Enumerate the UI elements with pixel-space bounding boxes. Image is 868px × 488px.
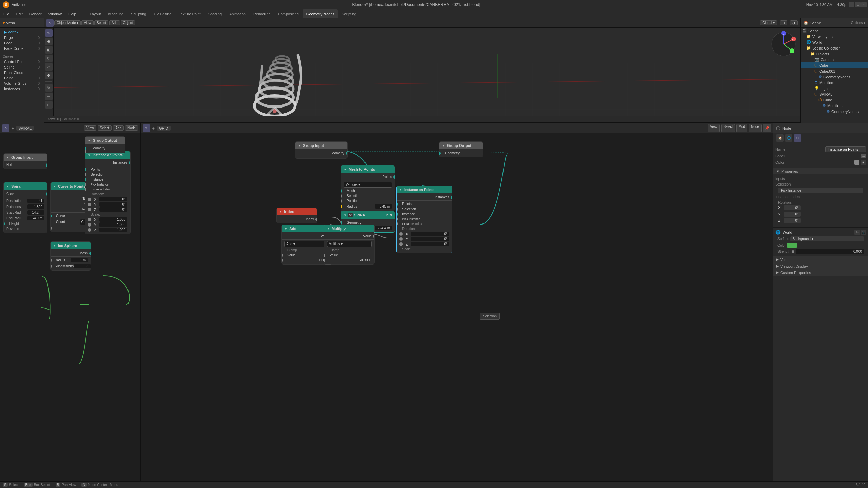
rp-node-btn[interactable]: ⬡ xyxy=(794,134,801,142)
tab-animation[interactable]: Animation xyxy=(226,9,249,18)
rotation-x-field[interactable]: 0° xyxy=(784,205,801,210)
tree-scene-collection[interactable]: 📁 Scene Collection xyxy=(801,45,868,51)
maximize-button[interactable]: □ xyxy=(855,2,861,7)
tree-modifiers[interactable]: ⚙ Modifiers xyxy=(801,80,868,85)
viewport-overlays[interactable]: ⊙ xyxy=(780,20,787,25)
grid-editor-select-tool[interactable]: ↖ xyxy=(143,124,150,132)
spiral-instance-on-points-node[interactable]: ▼ Instance on Points Instances Points xyxy=(85,151,131,234)
menu-edit[interactable]: Edit xyxy=(13,9,26,18)
mesh-to-points-node[interactable]: ▼ Mesh to Points Points Vertices ▾ xyxy=(341,165,395,211)
tab-compositing[interactable]: Compositing xyxy=(275,9,302,18)
viewport-select[interactable]: Select xyxy=(94,20,108,25)
prop-point[interactable]: Point0 xyxy=(1,75,42,81)
node-editor-select-tool[interactable]: ↖ xyxy=(2,124,9,132)
grid-ne-select[interactable]: Select xyxy=(721,124,735,132)
grid-pin-button[interactable]: 📌 xyxy=(763,124,771,132)
color-grid-btn[interactable]: ⊞ xyxy=(861,160,866,165)
viewport-object[interactable]: Object xyxy=(121,20,135,25)
global-local-toggle[interactable]: Global ▾ xyxy=(760,20,777,25)
grid-group-output-node[interactable]: ▼ Group Output Geometry xyxy=(439,141,483,157)
rp-scene-btn[interactable]: 🏠 xyxy=(776,134,784,142)
strength-value[interactable]: 0.000 xyxy=(796,249,864,254)
tab-texture-paint[interactable]: Texture Paint xyxy=(175,9,204,18)
prop-face-corner[interactable]: Face Corner0 xyxy=(1,46,42,51)
tool-select[interactable]: ↖ xyxy=(45,29,53,37)
tab-geometry-nodes[interactable]: Geometry Nodes xyxy=(303,9,338,18)
viewport-mode-dropdown[interactable]: Object Mode ▾ xyxy=(54,20,81,25)
ne-select[interactable]: Select xyxy=(98,125,112,131)
spiral-node[interactable]: ▼ Spiral Curve Resolution 41 xyxy=(3,182,47,233)
close-button[interactable]: × xyxy=(861,2,867,7)
ico-sphere-node[interactable]: ▼ Ico Sphere Mesh Radius 1 m xyxy=(50,241,91,271)
tool-transform[interactable]: ✥ xyxy=(45,72,53,79)
tab-rendering[interactable]: Rendering xyxy=(250,9,274,18)
viewport-display-header[interactable]: ▶ Viewport Display xyxy=(773,263,868,269)
viewport-view[interactable]: View xyxy=(81,20,94,25)
index-node[interactable]: ▼ Index Index xyxy=(276,208,317,223)
world-color-swatch[interactable] xyxy=(787,243,797,248)
prop-control-point[interactable]: Control Point0 xyxy=(1,59,42,64)
tree-view-layers[interactable]: 📁 View Layers xyxy=(801,34,868,39)
prop-point-cloud[interactable]: Point Cloud xyxy=(1,70,42,75)
grid-group-input-node[interactable]: ▼ Group Input Geometry xyxy=(295,141,348,159)
prop-face[interactable]: Face0 xyxy=(1,40,42,46)
grid-ne-node[interactable]: Node xyxy=(749,124,762,132)
minimize-button[interactable]: ─ xyxy=(849,2,854,7)
prop-spline[interactable]: Spline0 xyxy=(1,64,42,70)
ne-node[interactable]: Node xyxy=(125,125,138,131)
tree-camera[interactable]: 📷 Camera xyxy=(801,57,868,62)
tree-cube-child[interactable]: ⬡ Cube xyxy=(801,97,868,103)
spiral-group-output-node[interactable]: ▼ Group Output Geometry xyxy=(85,136,125,154)
grid-ne-view[interactable]: View xyxy=(708,124,720,132)
tool-annotate[interactable]: ✎ xyxy=(45,84,53,92)
mtp-mode-dropdown[interactable]: Vertices ▾ xyxy=(341,181,395,188)
tab-layout[interactable]: Layout xyxy=(86,9,104,18)
rotation-y-field[interactable]: 0° xyxy=(784,212,801,217)
custom-properties-header[interactable]: ▶ Custom Properties xyxy=(773,269,868,276)
tree-world[interactable]: 🌐 World xyxy=(801,39,868,45)
tool-move[interactable]: ⊞ xyxy=(45,46,53,54)
tool-cursor[interactable]: ⊕ xyxy=(45,38,53,45)
tree-cube[interactable]: ⬡ Cube xyxy=(801,62,868,68)
rp-world-btn[interactable]: 🌐 xyxy=(785,134,792,142)
grid-ne-add[interactable]: Add xyxy=(736,124,747,132)
tab-sculpting[interactable]: Sculpting xyxy=(127,9,150,18)
properties-section-header[interactable]: ▼ Properties xyxy=(773,168,868,174)
node-name-field[interactable] xyxy=(825,146,866,152)
ne-add[interactable]: Add xyxy=(113,125,124,131)
tree-cube-001[interactable]: ⬡ Cube.001 xyxy=(801,68,868,74)
tool-measure[interactable]: ⊣ xyxy=(45,93,53,100)
grid-instance-on-points-node[interactable]: ▼ Instance on Points Instances Points xyxy=(396,186,452,253)
tree-geometry-nodes-2[interactable]: ⚙ GeometryNodes xyxy=(801,109,868,114)
pick-instance-field[interactable]: Pick Instance xyxy=(778,188,863,193)
menu-render[interactable]: Render xyxy=(26,9,45,18)
tool-rotate[interactable]: ↻ xyxy=(45,55,53,62)
menu-window[interactable]: Window xyxy=(45,9,65,18)
tab-scripting[interactable]: Scripting xyxy=(338,9,360,18)
viewport-tool-cursor[interactable]: ↖ xyxy=(46,19,54,27)
mul-mode-dropdown[interactable]: Multiply ▾ xyxy=(324,240,374,248)
volume-section-header[interactable]: ▶ Volume xyxy=(773,256,868,263)
surface-dropdown[interactable]: Background ▾ xyxy=(790,236,864,241)
multiply-node[interactable]: ▼ Multiply Value Multiply ▾ Cla xyxy=(324,225,375,265)
prop-vertex[interactable]: ▶ Vertex xyxy=(1,29,42,35)
viewport-shading[interactable]: ◑ xyxy=(790,20,798,25)
tool-scale[interactable]: ⤢ xyxy=(45,63,53,71)
prop-edge[interactable]: Edge0 xyxy=(1,35,42,40)
window-controls[interactable]: ─ □ × xyxy=(849,2,868,7)
prop-instances[interactable]: Instances0 xyxy=(1,86,42,92)
tab-modeling[interactable]: Modeling xyxy=(105,9,127,18)
menu-help[interactable]: Help xyxy=(65,9,80,18)
ne-view[interactable]: View xyxy=(84,125,96,131)
tree-light[interactable]: 💡 Light xyxy=(801,85,868,91)
rotation-z-field[interactable]: 0° xyxy=(784,218,801,223)
tool-add-cube[interactable]: □ xyxy=(45,101,53,109)
tree-spiral[interactable]: ⬡ SPIRAL xyxy=(801,91,868,97)
prop-volume-grids[interactable]: Volume Grids0 xyxy=(1,81,42,86)
nav-gizmo[interactable]: X Y Z xyxy=(770,31,797,58)
world-render-btn[interactable]: 📷 xyxy=(861,230,866,235)
world-eye-btn[interactable]: 👁 xyxy=(854,230,860,235)
tab-uv-editing[interactable]: UV Editing xyxy=(150,9,175,18)
tree-modifiers-child[interactable]: ⚙ Modifiers xyxy=(801,103,868,109)
tree-scene[interactable]: 🎬 Scene xyxy=(801,28,868,34)
